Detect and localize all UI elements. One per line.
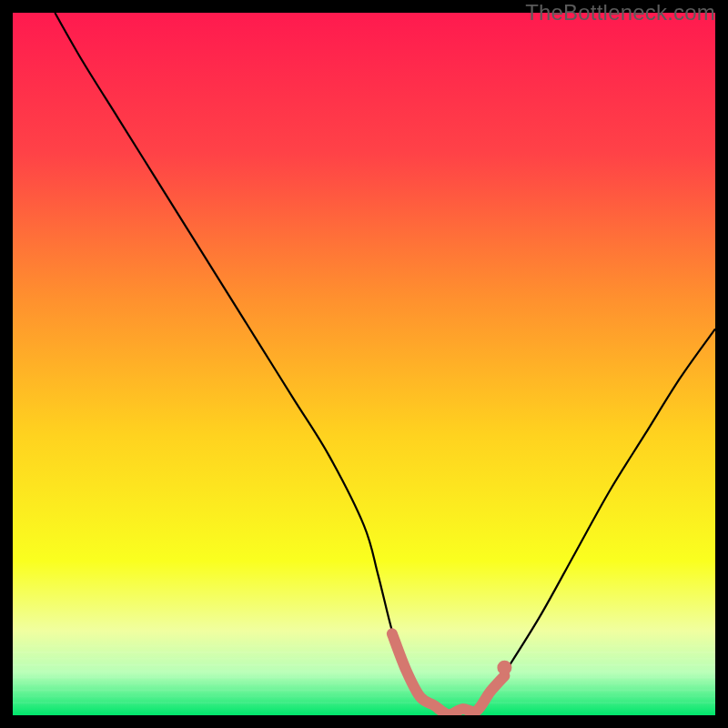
chart-frame bbox=[13, 13, 715, 715]
flat-region-end-dot bbox=[497, 661, 511, 675]
watermark-text: TheBottleneck.com bbox=[525, 0, 715, 25]
flat-region-marker bbox=[392, 633, 505, 714]
bottleneck-curve-path bbox=[55, 13, 715, 713]
bottleneck-curve-svg bbox=[13, 13, 715, 715]
